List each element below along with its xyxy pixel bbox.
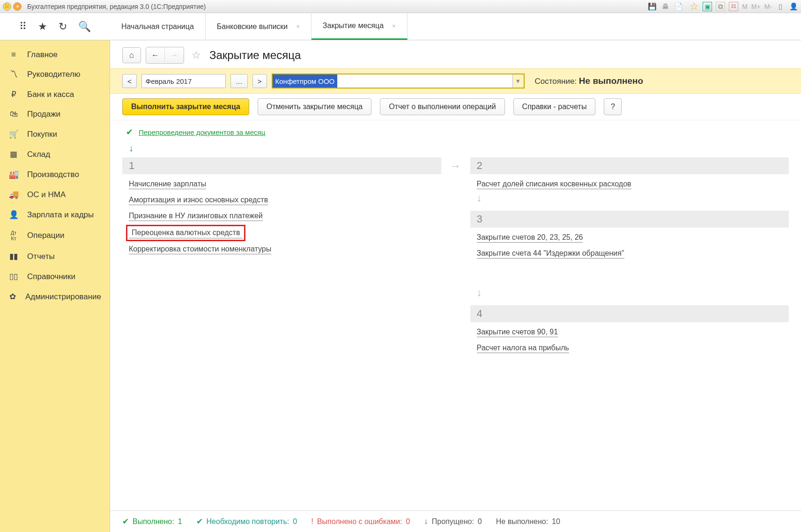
factory-icon: 🏭 (8, 170, 19, 179)
sidebar-item-label: Покупки (27, 130, 57, 139)
sidebar-item-label: Администрирование (25, 292, 101, 302)
sidebar-item-main[interactable]: ≡Главное (0, 45, 110, 65)
next-period-button[interactable]: > (252, 74, 267, 88)
truck-icon: 🚚 (8, 190, 19, 200)
boxes-icon: ▦ (8, 149, 19, 159)
app-logo-icon: 1c (3, 2, 11, 11)
sidebar-item-label: Справочники (27, 272, 75, 281)
memory-mminus[interactable]: M- (764, 3, 772, 10)
prev-period-button[interactable]: < (122, 74, 137, 88)
references-button[interactable]: Справки - расчеты (513, 98, 596, 115)
nav-star-icon[interactable]: ▣ (703, 2, 712, 11)
status-skipped: ↓Пропущено: 0 (424, 517, 482, 526)
home-button[interactable]: ⌂ (122, 47, 141, 63)
operation-link[interactable]: Амортизация и износ основных средств (129, 196, 268, 205)
sidebar-item-stock[interactable]: ▦Склад (0, 144, 110, 164)
tab-label: Закрытие месяца (323, 22, 384, 30)
person-icon: 👤 (8, 210, 19, 220)
search-icon[interactable]: 🔍 (78, 21, 91, 33)
repost-link[interactable]: Перепроведение документов за месяц (139, 128, 265, 136)
help-button[interactable]: ? (604, 98, 622, 115)
window-title: Бухгалтерия предприятия, редакция 3.0 (1… (27, 3, 206, 10)
tab-closing[interactable]: Закрытие месяца× (312, 13, 408, 40)
navigation-sidebar: ≡Главное 〽Руководителю ₽Банк и касса 🛍Пр… (0, 40, 110, 532)
memory-mplus[interactable]: M+ (751, 3, 761, 10)
sidebar-item-assets[interactable]: 🚚ОС и НМА (0, 185, 110, 205)
tab-start[interactable]: Начальная страница (110, 13, 206, 40)
dropdown-circle-icon[interactable]: ▾ (13, 2, 22, 11)
ruble-icon: ₽ (8, 89, 19, 99)
chevron-down-icon[interactable]: ▾ (512, 74, 524, 88)
sidebar-item-label: Продажи (27, 110, 60, 119)
star-nav-icon[interactable]: ★ (38, 21, 47, 33)
content-area: ✔ Перепроведение документов за месяц ↓ 1… (110, 120, 801, 510)
books-icon: ▯▯ (8, 272, 19, 281)
print-icon[interactable]: 🖶 (660, 2, 670, 11)
action-bar: Выполнить закрытие месяца Отменить закры… (110, 94, 801, 120)
operation-link[interactable]: Корректировка стоимости номенклатуры (129, 245, 271, 254)
cancel-closing-button[interactable]: Отменить закрытие месяца (258, 98, 371, 115)
user-icon[interactable]: 👤 (789, 2, 798, 11)
alert-icon: ! (311, 517, 313, 526)
arrow-down-icon: ↓ (424, 517, 428, 526)
save-icon[interactable]: 💾 (647, 2, 657, 11)
operation-link[interactable]: Признание в НУ лизинговых платежей (129, 212, 263, 221)
bars-icon: ▮▮ (8, 251, 19, 261)
sidebar-item-manager[interactable]: 〽Руководителю (0, 65, 110, 84)
operation-link[interactable]: Закрытие счетов 90, 91 (477, 328, 558, 337)
sidebar-item-label: Зарплата и кадры (27, 210, 94, 220)
sidebar-item-admin[interactable]: ✿Администрирование (0, 287, 110, 307)
cart-icon: 🛒 (8, 129, 19, 139)
sidebar-item-label: ОС и НМА (27, 190, 66, 200)
sidebar-item-label: Операции (27, 231, 65, 240)
operation-link[interactable]: Закрытие счета 44 "Издержки обращения" (477, 249, 624, 259)
period-field[interactable]: Февраль 2017 (141, 74, 226, 88)
doc-icon[interactable]: 📄 (674, 2, 683, 11)
window-titlebar: 1c ▾ Бухгалтерия предприятия, редакция 3… (0, 0, 801, 13)
memory-m[interactable]: M (742, 3, 748, 10)
sidebar-item-reports[interactable]: ▮▮Отчеты (0, 246, 110, 266)
chart-icon: 〽 (8, 70, 19, 79)
organization-select[interactable]: Конфетпром ООО ▾ (272, 74, 525, 89)
run-closing-button[interactable]: Выполнить закрытие месяца (122, 98, 249, 115)
operation-link-highlighted[interactable]: Переоценка валютных средств (129, 228, 243, 238)
check-icon: ✔ (196, 517, 203, 526)
close-icon[interactable]: × (296, 23, 300, 30)
group-column-left: 1 Начисление зарплаты Амортизация и изно… (122, 157, 441, 353)
period-picker-button[interactable]: … (230, 74, 248, 88)
favorite-page-icon[interactable]: ☆ (192, 49, 201, 61)
operation-link[interactable]: Расчет налога на прибыль (477, 344, 569, 353)
sidebar-item-bank[interactable]: ₽Банк и касса (0, 84, 110, 104)
sidebar-item-label: Склад (27, 150, 50, 159)
page-header: ⌂ ← → ☆ Закрытие месяца (110, 40, 801, 68)
organization-value: Конфетпром ООО (273, 74, 338, 88)
panel-icon[interactable]: ▯ (776, 2, 785, 11)
operation-link[interactable]: Начисление зарплаты (129, 180, 206, 189)
calendar-icon[interactable]: 31 (729, 2, 738, 11)
back-button[interactable]: ← (146, 47, 165, 63)
close-icon[interactable]: × (392, 22, 396, 30)
operation-link[interactable]: Расчет долей списания косвенных расходов (477, 180, 631, 189)
tab-bank[interactable]: Банковские выписки× (206, 13, 312, 40)
sidebar-item-operations[interactable]: ДтКтОперации (0, 225, 110, 246)
arrow-down-icon: ↓ (129, 143, 782, 154)
sidebar-item-hr[interactable]: 👤Зарплата и кадры (0, 205, 110, 225)
sidebar-item-sales[interactable]: 🛍Продажи (0, 104, 110, 124)
sidebar-item-purchases[interactable]: 🛒Покупки (0, 124, 110, 144)
operation-link[interactable]: Закрытие счетов 20, 23, 25, 26 (477, 233, 583, 243)
status-done: ✔Выполнено: 1 (122, 517, 182, 526)
group-2-header: 2 (470, 157, 789, 174)
sidebar-item-catalogs[interactable]: ▯▯Справочники (0, 266, 110, 287)
operations-report-button[interactable]: Отчет о выполнении операций (380, 98, 504, 115)
arrow-right-icon: → (451, 160, 461, 172)
forward-button[interactable]: → (165, 47, 184, 63)
sidebar-item-label: Главное (27, 50, 58, 59)
sidebar-item-production[interactable]: 🏭Производство (0, 164, 110, 185)
history-icon[interactable]: ↻ (59, 21, 67, 33)
favorite-icon[interactable]: ☆ (690, 2, 699, 11)
bag-icon: 🛍 (8, 110, 19, 119)
status-repeat: ✔Необходимо повторить: 0 (196, 517, 297, 526)
apps-icon[interactable]: ⠿ (19, 21, 27, 33)
tab-label: Банковские выписки (217, 22, 288, 31)
calc-icon[interactable]: ⧉ (716, 2, 725, 11)
